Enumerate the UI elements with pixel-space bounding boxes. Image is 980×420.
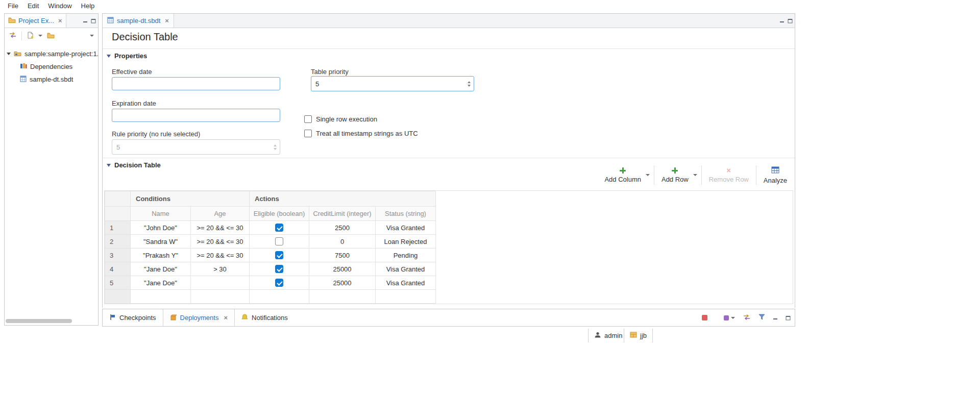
- menu-edit[interactable]: Edit: [23, 1, 43, 11]
- new-item-icon[interactable]: [27, 32, 34, 40]
- cell-name[interactable]: "John Doe": [131, 221, 191, 235]
- tab-sample-dt-editor[interactable]: sample-dt.sbdt ×: [103, 14, 174, 28]
- menu-help[interactable]: Help: [77, 1, 100, 11]
- link-with-editor-icon[interactable]: [9, 32, 17, 40]
- tab-checkpoints[interactable]: Checkpoints: [103, 309, 163, 326]
- expiration-date-input[interactable]: [112, 109, 280, 122]
- cell-eligible[interactable]: [250, 235, 309, 249]
- tab-notifications[interactable]: Notifications: [235, 309, 295, 326]
- cell-creditlimit[interactable]: [309, 290, 376, 304]
- cell-creditlimit[interactable]: 0: [309, 235, 376, 249]
- table-row: 4 "Jane Doe" > 30 25000 Visa Granted: [105, 262, 436, 276]
- tree-expand-icon[interactable]: [7, 53, 11, 55]
- tab-project-explorer[interactable]: Project Ex... ×: [5, 14, 66, 28]
- refresh-link-icon[interactable]: [743, 314, 751, 322]
- collapse-icon[interactable]: [107, 55, 111, 58]
- eligible-checkbox[interactable]: [275, 237, 283, 245]
- timestamp-utc-checkbox[interactable]: Treat all timestamp strings as UTC: [304, 130, 418, 137]
- cell-eligible[interactable]: [250, 221, 309, 235]
- cell-eligible[interactable]: [250, 262, 309, 276]
- add-row-button[interactable]: Add Row: [657, 167, 699, 183]
- tree-item-dependencies[interactable]: Dependencies: [5, 60, 98, 73]
- tree-item-project-root[interactable]: sample:sample-project:1.0: [5, 47, 98, 60]
- maximize-icon[interactable]: [788, 18, 793, 23]
- cell-eligible[interactable]: [250, 290, 309, 304]
- menu-window[interactable]: Window: [43, 1, 76, 11]
- close-icon[interactable]: ×: [224, 314, 228, 321]
- cell-creditlimit[interactable]: 2500: [309, 221, 376, 235]
- cell-age[interactable]: >= 20 && <= 30: [191, 235, 250, 249]
- eligible-checkbox[interactable]: [275, 279, 283, 287]
- table-priority-input[interactable]: [311, 76, 474, 91]
- cell-name[interactable]: [131, 290, 191, 304]
- row-number[interactable]: 2: [105, 235, 131, 249]
- chevron-down-icon[interactable]: [693, 174, 697, 176]
- cell-creditlimit[interactable]: 25000: [309, 262, 376, 276]
- cell-status[interactable]: Visa Granted: [376, 262, 436, 276]
- minimize-icon[interactable]: [779, 18, 785, 23]
- scrollbar-thumb[interactable]: [6, 319, 72, 323]
- cell-name[interactable]: "Jane Doe": [131, 262, 191, 276]
- cell-age[interactable]: [191, 276, 250, 290]
- cell-age[interactable]: [191, 290, 250, 304]
- row-number[interactable]: 3: [105, 249, 131, 262]
- column-header-status: Status (string): [376, 207, 436, 221]
- open-project-icon[interactable]: [47, 32, 55, 40]
- chevron-down-icon[interactable]: [731, 317, 735, 319]
- user-status-button[interactable]: admin: [588, 329, 628, 342]
- analyze-button[interactable]: Analyze: [759, 166, 792, 184]
- close-icon[interactable]: ×: [165, 17, 169, 24]
- close-icon[interactable]: ×: [58, 17, 62, 24]
- tree-item-sample-dt[interactable]: sample-dt.sbdt: [5, 73, 98, 86]
- add-column-button[interactable]: Add Column: [600, 167, 651, 183]
- cell-status[interactable]: Pending: [376, 249, 436, 262]
- maximize-icon[interactable]: [786, 315, 791, 320]
- view-menu-icon[interactable]: [90, 35, 94, 37]
- row-number[interactable]: 1: [105, 221, 131, 235]
- cell-age[interactable]: > 30: [191, 262, 250, 276]
- cell-name[interactable]: "Sandra W": [131, 235, 191, 249]
- eligible-checkbox[interactable]: [275, 251, 283, 259]
- button-label: Add Row: [662, 176, 689, 183]
- column-header-name: Name: [131, 207, 191, 221]
- cell-name[interactable]: "Jane Doe": [131, 276, 191, 290]
- plus-icon: [671, 167, 678, 174]
- properties-section-header[interactable]: Properties: [107, 52, 147, 60]
- remove-row-button: × Remove Row: [704, 167, 753, 183]
- chevron-down-icon[interactable]: [646, 174, 650, 176]
- row-number[interactable]: 5: [105, 276, 131, 290]
- effective-date-input[interactable]: [112, 77, 280, 90]
- tab-deployments[interactable]: Deployments ×: [163, 309, 235, 326]
- decision-table-section-header[interactable]: Decision Table: [107, 161, 161, 169]
- cell-eligible[interactable]: [250, 249, 309, 262]
- eligible-checkbox[interactable]: [275, 224, 283, 232]
- spinner-arrows-icon[interactable]: [468, 76, 471, 91]
- collapse-icon[interactable]: [107, 164, 111, 167]
- horizontal-scrollbar[interactable]: [6, 319, 97, 324]
- repo-status-button[interactable]: jjb: [624, 329, 653, 342]
- new-item-dropdown-icon[interactable]: [38, 35, 42, 37]
- row-number[interactable]: [105, 290, 131, 304]
- checkbox-label: Treat all timestamp strings as UTC: [316, 130, 418, 137]
- menu-file[interactable]: File: [3, 1, 23, 11]
- minimize-icon[interactable]: [83, 18, 88, 23]
- eligible-checkbox[interactable]: [275, 265, 283, 273]
- column-header-age: Age: [191, 207, 250, 221]
- cell-status[interactable]: Visa Granted: [376, 221, 436, 235]
- cell-name[interactable]: "Prakash Y": [131, 249, 191, 262]
- cell-status[interactable]: [376, 290, 436, 304]
- filter-icon[interactable]: [758, 314, 765, 322]
- cell-status[interactable]: Loan Rejected: [376, 235, 436, 249]
- cell-age[interactable]: >= 20 && <= 30: [191, 221, 250, 235]
- tree-item-label: Dependencies: [30, 63, 72, 70]
- single-row-execution-checkbox[interactable]: Single row execution: [304, 115, 377, 123]
- cell-eligible[interactable]: [250, 276, 309, 290]
- deploy-action-button[interactable]: [723, 315, 735, 321]
- row-number[interactable]: 4: [105, 262, 131, 276]
- cell-creditlimit[interactable]: 25000: [309, 276, 376, 290]
- cell-creditlimit[interactable]: 7500: [309, 249, 376, 262]
- maximize-icon[interactable]: [91, 18, 96, 23]
- cell-status[interactable]: Visa Granted: [376, 276, 436, 290]
- minimize-icon[interactable]: [773, 315, 778, 320]
- cell-age[interactable]: >= 20 && <= 30: [191, 249, 250, 262]
